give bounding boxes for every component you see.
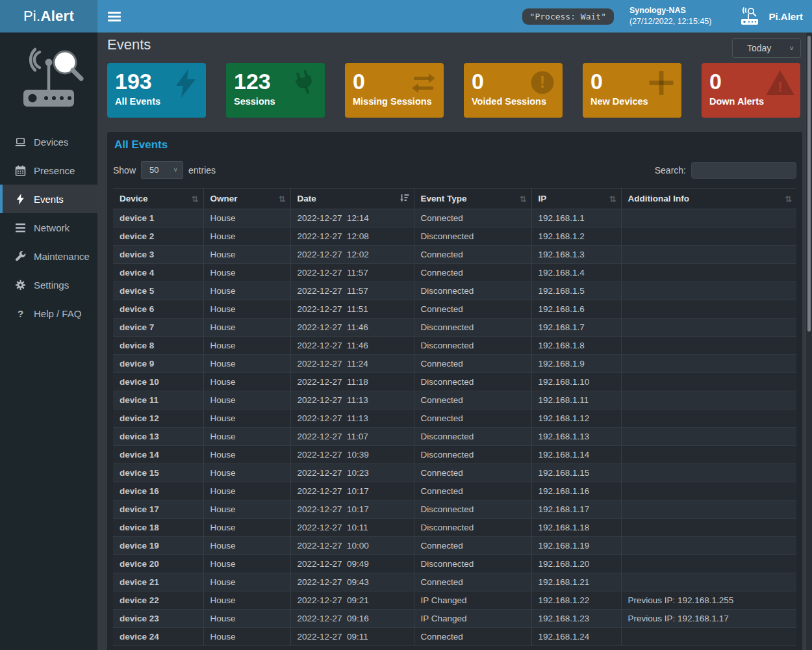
column-header-ip[interactable]: IP⇅ — [531, 188, 621, 209]
sidebar-item-presence[interactable]: Presence — [0, 156, 97, 185]
date-cell: 2022-12-27 11:46 — [290, 337, 414, 355]
device-link[interactable]: device 17 — [113, 500, 203, 519]
sidebar-item-help-faq[interactable]: ? Help / FAQ — [0, 299, 97, 328]
device-link[interactable]: device 24 — [113, 628, 203, 646]
owner-cell: House — [203, 391, 290, 410]
device-link[interactable]: device 2 — [113, 228, 203, 246]
brand-logo[interactable]: Pi.Alert — [0, 0, 97, 32]
ip-cell: 192.168.1.21 — [531, 573, 621, 592]
column-header-event-type[interactable]: Event Type⇅ — [414, 188, 531, 209]
date-cell: 2022-12-27 12:08 — [290, 228, 414, 246]
network-icon — [15, 222, 26, 233]
device-link[interactable]: device 21 — [113, 573, 203, 592]
search-input[interactable] — [691, 162, 796, 179]
additional-info-cell — [621, 300, 796, 318]
event-type-cell: Connected — [414, 410, 531, 428]
sidebar-item-settings[interactable]: Settings — [0, 270, 97, 299]
owner-cell: House — [203, 318, 290, 337]
ip-cell: 192.168.1.6 — [531, 300, 621, 318]
device-link[interactable]: device 6 — [113, 300, 203, 318]
date-cell: 2022-12-27 12:14 — [290, 209, 414, 228]
topbar: "Process: Wait" Synology-NAS (27/12/2022… — [97, 0, 812, 32]
page-title: Events — [107, 36, 802, 53]
sidebar-item-maintenance[interactable]: Maintenance — [0, 242, 97, 270]
column-header-date[interactable]: Date — [290, 188, 414, 209]
bolt-icon — [15, 194, 26, 205]
wrench-icon — [15, 251, 26, 262]
device-link[interactable]: device 20 — [113, 555, 203, 573]
device-link[interactable]: device 16 — [113, 482, 203, 500]
column-header-device[interactable]: Device⇅ — [113, 188, 203, 209]
device-link[interactable]: device 10 — [113, 373, 203, 391]
panel-title: All Events — [113, 138, 796, 151]
plus-icon — [646, 68, 676, 98]
device-link[interactable]: device 23 — [113, 610, 203, 628]
additional-info-cell — [621, 482, 796, 500]
event-type-cell: Disconnected — [414, 519, 531, 537]
owner-cell: House — [203, 410, 290, 428]
event-type-cell: Connected — [414, 209, 531, 228]
event-type-cell: Connected — [414, 300, 531, 318]
column-header-owner[interactable]: Owner⇅ — [203, 188, 290, 209]
device-link[interactable]: device 13 — [113, 428, 203, 446]
device-link[interactable]: device 3 — [113, 246, 203, 264]
table-row: device 8House2022-12-27 11:46Disconnecte… — [113, 337, 796, 355]
table-row: device 6House2022-12-27 11:51Connected19… — [113, 300, 796, 318]
main-content: Events Today ˅ 193All Events123Sessions0… — [97, 32, 812, 650]
card-new-devices[interactable]: 0New Devices — [583, 63, 681, 118]
owner-cell: House — [203, 264, 290, 282]
table-row: device 20House2022-12-27 09:49Disconnect… — [113, 555, 796, 573]
device-link[interactable]: device 4 — [113, 264, 203, 282]
menu-toggle-icon[interactable] — [108, 12, 121, 21]
device-link[interactable]: device 8 — [113, 337, 203, 355]
device-link[interactable]: device 11 — [113, 391, 203, 410]
additional-info-cell — [621, 373, 796, 391]
owner-cell: House — [203, 300, 290, 318]
device-link[interactable]: device 15 — [113, 464, 203, 482]
event-type-cell: Connected — [414, 573, 531, 592]
card-voided-sessions[interactable]: 0Voided Sessions! — [464, 63, 563, 118]
ip-cell: 192.168.1.17 — [531, 500, 621, 519]
date-cell: 2022-12-27 11:13 — [290, 410, 414, 428]
device-link[interactable]: device 12 — [113, 410, 203, 428]
card-all-events[interactable]: 193All Events — [107, 63, 206, 118]
events-table: Device⇅Owner⇅DateEvent Type⇅IP⇅Additiona… — [113, 188, 796, 646]
device-link[interactable]: device 19 — [113, 537, 203, 555]
owner-cell: House — [203, 337, 290, 355]
device-link[interactable]: device 14 — [113, 446, 203, 464]
device-link[interactable]: device 1 — [113, 209, 203, 228]
table-row: device 5House2022-12-27 11:57Disconnecte… — [113, 282, 796, 300]
column-header-additional-info[interactable]: Additional Info⇅ — [621, 188, 796, 209]
table-controls: Show 50 ˅ entries Search: — [113, 161, 796, 179]
card-sessions[interactable]: 123Sessions — [226, 63, 325, 118]
device-link[interactable]: device 18 — [113, 519, 203, 537]
additional-info-cell — [621, 246, 796, 264]
sidebar-item-network[interactable]: Network — [0, 213, 97, 242]
device-link[interactable]: device 5 — [113, 282, 203, 300]
device-link[interactable]: device 7 — [113, 318, 203, 337]
owner-cell: House — [203, 209, 290, 228]
sidebar-item-devices[interactable]: Devices — [0, 127, 97, 156]
owner-cell: House — [203, 482, 290, 500]
scrollbar-thumb[interactable] — [807, 36, 811, 332]
card-down-alerts[interactable]: 0Down Alerts! — [702, 63, 800, 118]
period-dropdown[interactable]: Today ˅ — [732, 38, 801, 58]
additional-info-cell — [621, 337, 796, 355]
vertical-scrollbar[interactable] — [806, 32, 812, 650]
page-length-select[interactable]: 50 ˅ — [141, 161, 183, 179]
device-link[interactable]: device 9 — [113, 355, 203, 373]
sidebar-item-events[interactable]: Events — [0, 185, 97, 213]
calendar-icon — [15, 165, 26, 176]
date-cell: 2022-12-27 11:57 — [290, 282, 414, 300]
sidebar: Devices Presence Events Network Maintena… — [0, 32, 97, 650]
table-row: device 17House2022-12-27 10:17Disconnect… — [113, 500, 796, 519]
question-icon: ? — [15, 308, 26, 319]
event-type-cell: Connected — [414, 628, 531, 646]
device-link[interactable]: device 22 — [113, 592, 203, 610]
ip-cell: 192.168.1.10 — [531, 373, 621, 391]
exclamation-circle-icon: ! — [527, 68, 557, 98]
ip-cell: 192.168.1.24 — [531, 628, 621, 646]
card-missing-sessions[interactable]: 0Missing Sessions — [345, 63, 444, 118]
bolt-icon — [171, 68, 201, 98]
sort-desc-icon — [400, 194, 409, 204]
